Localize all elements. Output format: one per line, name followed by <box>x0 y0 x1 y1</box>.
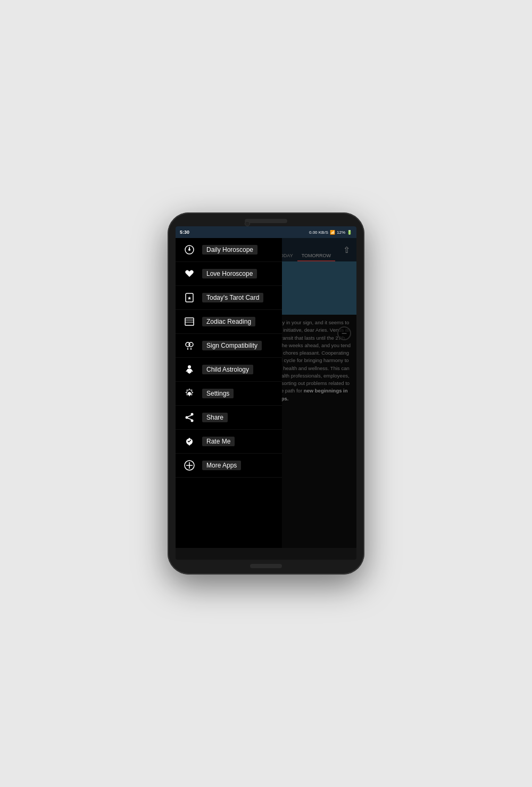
child-astrology-icon <box>183 363 196 376</box>
tarot-label: Today's Tarot Card <box>202 293 263 302</box>
more-apps-label: More Apps <box>202 461 241 470</box>
svg-rect-11 <box>185 318 194 325</box>
zodiac-icon <box>183 315 196 328</box>
drawer-item-more-apps[interactable]: More Apps <box>176 454 282 478</box>
drawer-item-daily-horoscope[interactable]: Daily Horoscope <box>176 238 282 262</box>
phone-camera <box>245 221 250 226</box>
drawer-item-rate-me[interactable]: Rate Me <box>176 430 282 454</box>
drawer-item-compatibility[interactable]: Sign Compatibility <box>176 334 282 358</box>
svg-line-26 <box>187 418 192 420</box>
drawer-item-settings[interactable]: Settings <box>176 382 282 406</box>
daily-horoscope-label: Daily Horoscope <box>202 245 257 255</box>
drawer-item-tarot[interactable]: ★ Today's Tarot Card <box>176 286 282 310</box>
drawer-item-love-horoscope[interactable]: Love Horoscope <box>176 262 282 286</box>
compatibility-label: Sign Compatibility <box>202 341 262 350</box>
share-icon <box>183 411 196 424</box>
drawer-item-child-astrology[interactable]: Child Astrology <box>176 358 282 382</box>
status-right: 0.00 KB/S 📶 12% 🔋 <box>309 230 352 235</box>
more-apps-icon <box>183 459 196 472</box>
love-horoscope-label: Love Horoscope <box>202 269 257 278</box>
share-label: Share <box>202 413 228 422</box>
battery-pct: 12% <box>337 230 345 235</box>
daily-horoscope-icon <box>183 243 196 256</box>
svg-point-18 <box>188 365 191 368</box>
compatibility-icon <box>183 339 196 352</box>
settings-label: Settings <box>202 389 234 398</box>
svg-text:★: ★ <box>187 296 192 301</box>
child-astrology-label: Child Astrology <box>202 365 253 374</box>
navigation-drawer: Daily Horoscope Love Horoscope ★ <box>176 238 282 548</box>
status-bar: 5:30 0.00 KB/S 📶 12% 🔋 <box>176 226 356 238</box>
drawer-item-share[interactable]: Share <box>176 406 282 430</box>
status-time: 5:30 <box>180 229 189 235</box>
svg-point-8 <box>188 249 190 251</box>
data-speed: 0.00 KB/S <box>309 230 328 235</box>
home-button[interactable] <box>250 564 282 568</box>
phone-device: 5:30 0.00 KB/S 📶 12% 🔋 TODAY TOMORROW ⇧ <box>168 212 364 575</box>
phone-speaker <box>245 219 287 223</box>
svg-line-20 <box>192 370 193 372</box>
svg-line-25 <box>187 415 192 417</box>
drawer-item-zodiac[interactable]: Zodiac Reading <box>176 310 282 334</box>
battery-icon: 🔋 <box>347 230 352 235</box>
zodiac-label: Zodiac Reading <box>202 317 255 326</box>
phone-screen: 5:30 0.00 KB/S 📶 12% 🔋 TODAY TOMORROW ⇧ <box>176 226 356 560</box>
tarot-icon: ★ <box>183 291 196 304</box>
rate-me-icon <box>183 435 196 448</box>
love-horoscope-icon <box>183 267 196 280</box>
svg-line-19 <box>186 370 187 372</box>
app-content: TODAY TOMORROW ⇧ <box>176 238 356 548</box>
rate-me-label: Rate Me <box>202 437 235 446</box>
signal-icon: 📶 <box>330 230 335 235</box>
settings-icon <box>183 387 196 400</box>
svg-point-15 <box>189 342 193 347</box>
